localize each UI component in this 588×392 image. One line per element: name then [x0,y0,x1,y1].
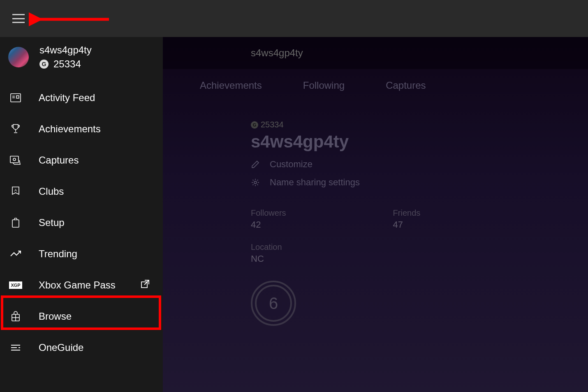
main-content: s4ws4gp4ty Achievements Following Captur… [163,37,588,392]
friends-value: 47 [393,219,421,230]
sidebar-profile[interactable]: s4ws4gp4ty G 25334 [0,37,163,74]
location-label: Location [251,242,282,252]
sidebar-item-trending[interactable]: Trending [0,238,163,270]
title-bar [0,0,588,37]
trending-icon [8,247,23,261]
tab-following[interactable]: Following [303,80,345,91]
external-link-icon [141,279,150,291]
svg-point-21 [254,181,257,184]
friends-stat[interactable]: Friends 47 [393,208,421,230]
sidebar-item-label: Achievements [39,123,101,135]
sidebar-item-label: Activity Feed [39,92,95,104]
sidebar: s4ws4gp4ty G 25334 Activity Feed Achieve… [0,37,163,392]
svg-point-7 [13,158,16,161]
svg-text:XGP: XGP [11,283,20,288]
location-value: NC [251,254,282,264]
tab-achievements[interactable]: Achievements [200,80,262,91]
main-header: s4ws4gp4ty [163,37,588,69]
sidebar-item-captures[interactable]: Captures [0,145,163,176]
sidebar-item-clubs[interactable]: A Clubs [0,176,163,207]
sidebar-item-label: Trending [39,248,77,260]
name-sharing-button[interactable]: Name sharing settings [251,177,588,188]
followers-stat[interactable]: Followers 42 [251,208,286,230]
svg-rect-6 [10,156,19,163]
customize-label: Customize [270,159,313,170]
svg-rect-9 [12,220,19,227]
sidebar-item-activity-feed[interactable]: Activity Feed [0,82,163,113]
captures-icon [8,153,23,168]
location-stat: Location NC [251,242,282,264]
tab-captures[interactable]: Captures [386,80,426,91]
sidebar-item-browse[interactable]: Browse [0,301,163,332]
trophy-icon [8,122,23,136]
tenure-badge: 6 [251,281,588,326]
sidebar-item-label: Clubs [39,186,64,197]
sidebar-gamerscore: 25334 [53,58,81,70]
profile-gamertag: s4ws4gp4ty [251,132,588,152]
sidebar-item-xbox-game-pass[interactable]: XGP Xbox Game Pass [0,270,163,301]
followers-value: 42 [251,219,286,230]
clubs-icon: A [8,184,23,199]
avatar [8,47,29,67]
sidebar-item-achievements[interactable]: Achievements [0,113,163,145]
browse-icon [8,309,23,324]
xgp-icon: XGP [8,278,23,293]
sidebar-item-label: Xbox Game Pass [39,279,116,291]
profile-tabs: Achievements Following Captures [163,69,588,91]
sidebar-gamertag: s4ws4gp4ty [39,44,92,56]
customize-button[interactable]: Customize [251,159,588,170]
svg-text:A: A [14,188,17,192]
pencil-icon [251,160,260,169]
sidebar-item-setup[interactable]: Setup [0,207,163,238]
sidebar-item-label: Setup [39,217,65,228]
friends-label: Friends [393,208,421,218]
gamerscore-icon: G [251,121,258,129]
setup-icon [8,215,23,230]
sidebar-nav: Activity Feed Achievements Captures A Cl… [0,82,163,363]
sidebar-item-label: Captures [39,154,79,166]
followers-label: Followers [251,208,286,218]
sidebar-item-oneguide[interactable]: OneGuide [0,332,163,363]
profile-gamerscore: 25334 [261,120,284,129]
main-header-title: s4ws4gp4ty [251,47,303,59]
gear-icon [251,178,260,187]
svg-rect-3 [16,96,19,98]
name-sharing-label: Name sharing settings [270,177,360,188]
sidebar-item-label: OneGuide [39,342,83,353]
gamerscore-icon: G [39,60,49,69]
svg-line-13 [144,280,149,285]
tenure-years: 6 [269,294,278,313]
feed-icon [8,90,23,105]
hamburger-menu-button[interactable] [12,14,25,23]
oneguide-icon [8,340,23,355]
sidebar-item-label: Browse [39,311,72,322]
